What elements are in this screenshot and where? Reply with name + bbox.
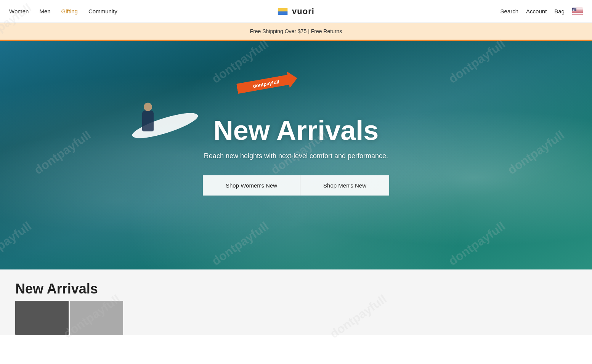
search-link[interactable]: Search xyxy=(501,8,519,14)
navbar: Women Men Gifting Community vuori Search… xyxy=(0,0,592,23)
svg-point-17 xyxy=(574,9,574,9)
svg-point-27 xyxy=(574,10,575,10)
svg-point-29 xyxy=(573,10,573,11)
nav-item-women[interactable]: Women xyxy=(9,8,29,14)
svg-point-13 xyxy=(574,8,574,8)
svg-point-21 xyxy=(573,9,574,10)
svg-point-30 xyxy=(573,10,574,11)
svg-point-11 xyxy=(573,8,573,8)
us-flag-icon xyxy=(572,8,583,14)
logo-text: vuori xyxy=(292,6,314,16)
surfer-figure xyxy=(142,111,154,131)
svg-point-18 xyxy=(574,9,575,9)
svg-rect-9 xyxy=(572,13,583,14)
svg-rect-7 xyxy=(572,12,583,12)
svg-rect-0 xyxy=(278,8,287,11)
bottom-section: New Arrivals xyxy=(0,269,592,335)
svg-point-31 xyxy=(574,10,574,11)
surfer-head xyxy=(144,103,152,111)
hero-section: dontpayfull New Arrivals Reach new heigh… xyxy=(0,41,592,269)
bag-link[interactable]: Bag xyxy=(554,8,565,14)
hero-subtitle: Reach new heights with next-level comfor… xyxy=(203,152,389,160)
account-link[interactable]: Account xyxy=(526,8,547,14)
nav-left: Women Men Gifting Community xyxy=(9,8,117,14)
hero-buttons: Shop Women's New Shop Men's New xyxy=(203,175,389,196)
nav-item-men[interactable]: Men xyxy=(39,8,50,14)
nav-right: Search Account Bag xyxy=(501,8,583,15)
bottom-thumbnails xyxy=(0,301,592,335)
svg-rect-8 xyxy=(572,13,583,13)
promo-banner: Free Shipping Over $75 | Free Returns xyxy=(0,23,592,41)
svg-point-23 xyxy=(575,9,575,10)
svg-point-22 xyxy=(574,9,574,10)
svg-point-28 xyxy=(575,10,576,10)
svg-point-24 xyxy=(576,9,576,10)
svg-point-20 xyxy=(573,9,573,10)
nav-logo[interactable]: vuori xyxy=(278,6,314,16)
thumbnail-1 xyxy=(15,301,69,335)
country-flag-button[interactable] xyxy=(572,8,583,15)
promo-text: Free Shipping Over $75 | Free Returns xyxy=(250,28,342,34)
svg-point-19 xyxy=(575,9,576,9)
svg-point-25 xyxy=(573,10,573,10)
svg-point-12 xyxy=(573,8,574,8)
svg-point-26 xyxy=(574,10,574,10)
svg-point-16 xyxy=(573,9,573,9)
nav-item-gifting[interactable]: Gifting xyxy=(61,8,78,14)
hero-title: New Arrivals xyxy=(203,115,389,146)
svg-rect-1 xyxy=(278,11,287,15)
svg-point-32 xyxy=(575,10,575,11)
shop-mens-button[interactable]: Shop Men's New xyxy=(300,175,389,196)
surfer-body xyxy=(142,111,154,131)
bottom-title: New Arrivals xyxy=(0,277,592,301)
thumbnail-2 xyxy=(70,301,123,335)
nav-item-community[interactable]: Community xyxy=(88,8,117,14)
svg-point-15 xyxy=(576,8,576,8)
hero-content: New Arrivals Reach new heights with next… xyxy=(203,115,389,196)
svg-point-33 xyxy=(576,10,576,11)
svg-point-14 xyxy=(575,8,575,8)
shop-womens-button[interactable]: Shop Women's New xyxy=(203,175,300,196)
arrow-label: dontpayfull xyxy=(252,79,280,89)
logo-flag-icon xyxy=(278,8,287,15)
